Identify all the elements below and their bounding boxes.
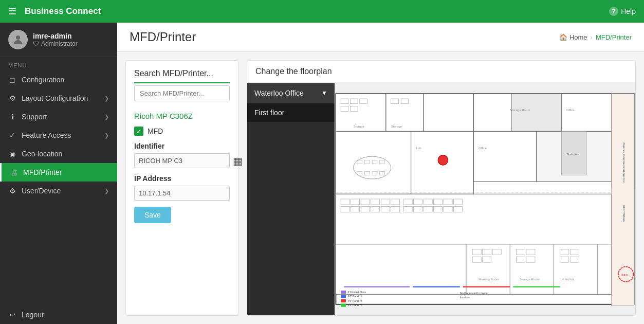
layout-config-icon: ⚙ — [8, 94, 16, 102]
home-icon: 🏠 — [559, 33, 567, 41]
svg-rect-56 — [341, 291, 346, 294]
floor-item-first[interactable]: First floor — [247, 103, 335, 122]
svg-rect-30 — [336, 194, 611, 244]
app-brand: Business Connect — [25, 6, 101, 16]
help-button[interactable]: ? Help — [609, 7, 636, 16]
chevron-right-icon: ❯ — [104, 188, 109, 194]
svg-rect-59 — [341, 304, 346, 307]
svg-rect-57 — [341, 295, 346, 298]
logout-icon: ↩ — [8, 311, 16, 319]
svg-rect-7 — [561, 94, 612, 131]
mfd-printer-icon: 🖨 — [10, 168, 18, 176]
svg-text:Storage Room: Storage Room — [510, 108, 530, 112]
printer-name: Ricoh MP C306Z — [134, 112, 230, 120]
svg-rect-58 — [341, 299, 346, 302]
svg-text:1st Aid lot: 1st Aid lot — [560, 277, 574, 281]
mfd-checkbox-row: ✓ MFD — [134, 127, 230, 136]
floorplan-title: Change the floorplan — [247, 61, 635, 83]
sidebar-item-label: User/Device — [22, 187, 61, 195]
breadcrumb-current: MFD/Printer — [596, 33, 632, 41]
sidebar-item-label: Layout Configuration — [22, 94, 88, 102]
search-panel: Search MFD/Printer... Ricoh MP C306Z ✓ M… — [125, 60, 238, 316]
breadcrumb-home-label[interactable]: Home — [569, 33, 587, 41]
office-dropdown[interactable]: Waterloo Office ▼ — [247, 83, 335, 103]
svg-rect-5 — [474, 94, 511, 131]
sidebar-item-logout[interactable]: ↩ Logout — [0, 305, 117, 324]
feature-access-icon: ✓ — [8, 131, 16, 139]
dropdown-arrow-icon: ▼ — [321, 89, 327, 97]
top-nav: ☰ Business Connect ? Help — [0, 0, 644, 23]
save-button[interactable]: Save — [134, 207, 171, 223]
svg-rect-16 — [336, 131, 411, 194]
svg-text:4'2" Panel Ht: 4'2" Panel Ht — [348, 304, 363, 307]
sidebar-item-label: Feature Access — [22, 131, 71, 139]
sidebar-item-support[interactable]: ℹ Support ❯ — [0, 107, 117, 126]
sidebar-item-label: MFD/Printer — [23, 168, 62, 176]
avatar — [8, 30, 28, 49]
sidebar: imre-admin 🛡 Administrator MENU ◻ Config… — [0, 23, 117, 324]
svg-text:Storage: Storage — [391, 124, 402, 128]
search-panel-title: Search MFD/Printer... — [134, 69, 230, 83]
floor-selector: Waterloo Office ▼ First floor — [247, 83, 335, 315]
printer-form: Ricoh MP C306Z ✓ MFD Identifier ▦ IP Ad — [134, 110, 230, 223]
floorplan-svg: 6' Frosted Glass 6'6" Panel Ht 4'6" Pane… — [335, 83, 635, 315]
floorplan-body: Waterloo Office ▼ First floor — [247, 83, 635, 315]
chevron-right-icon: ❯ — [104, 132, 109, 139]
office-name: Waterloo Office — [254, 89, 304, 97]
identifier-input[interactable] — [134, 153, 230, 168]
svg-text:location: location — [460, 296, 470, 299]
sidebar-user: imre-admin 🛡 Administrator — [0, 23, 117, 57]
svg-text:Office: Office — [479, 146, 487, 150]
barcode-icon[interactable]: ▦ — [233, 155, 243, 167]
sidebar-item-label: Configuration — [22, 76, 64, 84]
breadcrumb: 🏠 Home › MFD/Printer — [559, 33, 632, 41]
mfd-label: MFD — [148, 127, 163, 135]
user-device-icon: ⚙ — [8, 187, 16, 195]
sidebar-item-label: Support — [22, 113, 47, 121]
floorplan-image-area: 6' Frosted Glass 6'6" Panel Ht 4'6" Pane… — [335, 83, 635, 315]
svg-text:6'6" Panel Ht: 6'6" Panel Ht — [348, 295, 363, 298]
svg-rect-4 — [424, 94, 474, 131]
svg-text:RED THREAD: RED THREAD — [622, 205, 625, 222]
sidebar-item-configuration[interactable]: ◻ Configuration — [0, 70, 117, 89]
shield-icon: 🛡 — [33, 40, 39, 47]
help-label: Help — [621, 7, 636, 15]
configuration-icon: ◻ — [8, 76, 16, 84]
sidebar-item-layout-configuration[interactable]: ⚙ Layout Configuration ❯ — [0, 89, 117, 107]
svg-text:4'6" Panel Ht: 4'6" Panel Ht — [348, 300, 363, 302]
svg-rect-18 — [474, 131, 537, 182]
breadcrumb-separator: › — [591, 33, 593, 41]
svg-point-0 — [16, 35, 20, 40]
identifier-label: Identifier — [134, 142, 230, 150]
menu-label: MENU — [0, 57, 117, 70]
svg-text:Storage Room: Storage Room — [520, 277, 540, 281]
user-role: Administrator — [41, 40, 78, 47]
floorplan-panel: Change the floorplan Waterloo Office ▼ F… — [247, 60, 636, 316]
sidebar-item-mfd-printer[interactable]: 🖨 MFD/Printer — [0, 163, 117, 182]
svg-text:Storage: Storage — [354, 124, 365, 128]
page-title: MFD/Printer — [130, 30, 196, 44]
ip-address-input[interactable] — [134, 186, 230, 201]
sidebar-item-label: Logout — [22, 311, 44, 319]
svg-rect-6 — [511, 94, 562, 131]
svg-text:Staircase: Staircase — [566, 152, 580, 156]
svg-text:Lab: Lab — [416, 146, 421, 150]
svg-point-29 — [438, 155, 448, 166]
mfd-checkbox[interactable]: ✓ — [134, 127, 143, 136]
svg-text:RED: RED — [621, 273, 628, 277]
search-input[interactable] — [134, 85, 230, 101]
help-icon: ? — [609, 7, 618, 16]
svg-text:No Panels with column: No Panels with column — [460, 292, 489, 295]
svg-text:Office: Office — [566, 108, 575, 112]
sidebar-item-geo-location[interactable]: ◉ Geo-location — [0, 145, 117, 163]
ip-address-label: IP Address — [134, 174, 230, 183]
svg-text:6' Frosted Glass: 6' Frosted Glass — [348, 291, 366, 294]
geo-location-icon: ◉ — [8, 150, 16, 158]
svg-text:Nuance Communications Inc.: Nuance Communications Inc. — [622, 142, 626, 184]
chevron-right-icon: ❯ — [104, 114, 109, 120]
sidebar-item-user-device[interactable]: ⚙ User/Device ❯ — [0, 182, 117, 200]
sidebar-item-label: Geo-location — [22, 150, 62, 158]
hamburger-menu[interactable]: ☰ — [8, 6, 16, 17]
sidebar-item-feature-access[interactable]: ✓ Feature Access ❯ — [0, 126, 117, 145]
page-body: Search MFD/Printer... Ricoh MP C306Z ✓ M… — [117, 52, 644, 324]
